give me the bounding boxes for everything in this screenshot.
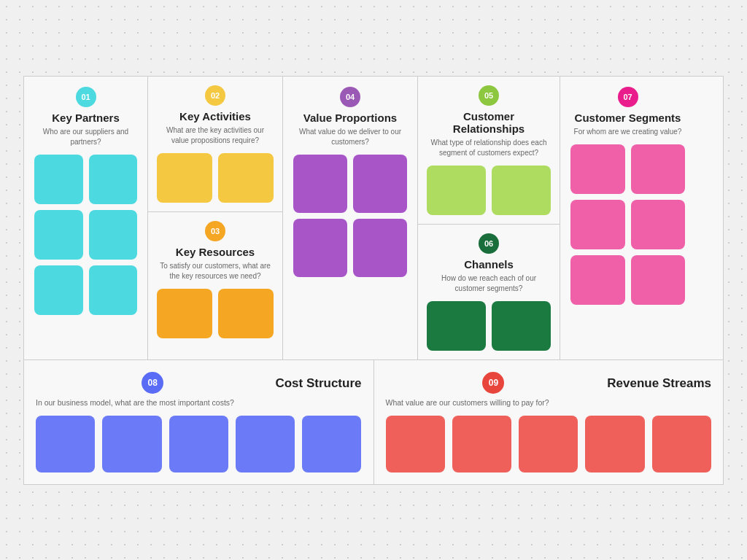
revenue-streams-desc: What value are our customers willing to … — [386, 398, 712, 407]
revenue-card-5[interactable] — [652, 416, 711, 472]
channels-card-1[interactable] — [427, 301, 486, 351]
revenue-card-1[interactable] — [386, 416, 445, 472]
channels-badge: 06 — [479, 233, 499, 254]
key-partners-cards — [34, 155, 137, 315]
key-activities-desc: What are the key activities our value pr… — [157, 125, 274, 146]
revenue-streams-header: 09 Revenue Streams — [386, 372, 712, 395]
value-proportions-badge: 04 — [340, 87, 360, 107]
channels-card-2[interactable] — [492, 301, 551, 351]
channels-title: Channels — [427, 258, 551, 271]
key-partners-badge: 01 — [76, 87, 96, 107]
cost-structure-header: 08 Cost Structure — [36, 372, 362, 395]
customer-segments-card-4[interactable] — [631, 200, 686, 249]
cost-structure-cards — [36, 416, 362, 472]
value-proportions-cell: 04 Value Proportions What value do we de… — [283, 77, 418, 359]
customer-relationships-title: Customer Relationships — [427, 110, 551, 135]
cost-card-5[interactable] — [302, 416, 361, 472]
key-resources-badge: 03 — [205, 221, 225, 241]
key-resources-desc: To satisfy our customers, what are the k… — [157, 261, 274, 281]
customer-segments-cards — [570, 144, 685, 305]
cost-card-1[interactable] — [36, 416, 95, 472]
cost-card-3[interactable] — [169, 416, 228, 472]
customer-segments-card-3[interactable] — [570, 200, 625, 249]
key-partners-card-5[interactable] — [34, 265, 83, 315]
key-resources-cell: 03 Key Resources To satisfy our customer… — [148, 212, 282, 347]
key-partners-desc: Who are our suppliers and partners? — [34, 127, 137, 147]
cost-structure-desc: In our business model, what are the most… — [36, 398, 362, 407]
cost-card-4[interactable] — [236, 416, 295, 472]
customer-segments-card-2[interactable] — [631, 144, 686, 194]
cost-structure-cell: 08 Cost Structure In our business model,… — [24, 360, 374, 484]
key-partners-card-6[interactable] — [89, 265, 138, 315]
customer-relationships-badge: 05 — [479, 85, 499, 106]
customer-segments-card-5[interactable] — [570, 255, 625, 305]
customer-segments-badge: 07 — [618, 87, 638, 107]
key-resources-card-1[interactable] — [157, 289, 212, 338]
cost-structure-badge: 08 — [142, 372, 163, 394]
customer-relationships-card-1[interactable] — [427, 166, 486, 215]
customer-relationships-cards — [427, 166, 551, 215]
key-activities-cards — [157, 153, 274, 203]
revenue-card-3[interactable] — [519, 416, 578, 472]
key-partners-card-3[interactable] — [34, 210, 83, 260]
key-partners-card-4[interactable] — [89, 210, 138, 260]
cr-channels-col: 05 Customer Relationships What type of r… — [418, 77, 560, 359]
revenue-streams-cards — [386, 416, 712, 472]
key-resources-cards — [157, 289, 274, 338]
key-activities-title: Key Activities — [157, 110, 274, 122]
cost-structure-title: Cost Structure — [275, 376, 361, 391]
channels-cell: 06 Channels How do we reach each of our … — [418, 225, 560, 359]
revenue-streams-cell: 09 Revenue Streams What value are our cu… — [374, 360, 724, 484]
cost-card-2[interactable] — [102, 416, 161, 472]
value-proportions-card-4[interactable] — [353, 219, 407, 277]
channels-desc: How do we reach each of our customer seg… — [427, 273, 551, 294]
value-proportions-card-1[interactable] — [293, 155, 347, 213]
key-activities-cell: 02 Key Activities What are the key activ… — [148, 77, 282, 212]
value-proportions-desc: What value do we deliver to our customer… — [293, 127, 407, 147]
key-partners-title: Key Partners — [34, 112, 137, 124]
value-proportions-cards — [293, 155, 407, 277]
revenue-streams-title: Revenue Streams — [607, 376, 711, 391]
key-resources-title: Key Resources — [157, 246, 274, 258]
customer-relationships-card-2[interactable] — [492, 166, 551, 215]
customer-segments-card-1[interactable] — [570, 144, 625, 194]
business-model-canvas: 01 Key Partners Who are our suppliers an… — [23, 76, 724, 485]
revenue-streams-badge: 09 — [482, 372, 504, 394]
revenue-card-2[interactable] — [452, 416, 511, 472]
customer-segments-card-6[interactable] — [631, 255, 686, 305]
key-activities-card-1[interactable] — [157, 153, 212, 203]
value-proportions-title: Value Proportions — [293, 112, 407, 124]
customer-segments-desc: For whom are we creating value? — [570, 127, 685, 137]
activities-resources-col: 02 Key Activities What are the key activ… — [148, 77, 283, 359]
key-partners-card-1[interactable] — [34, 155, 83, 204]
key-resources-card-2[interactable] — [218, 289, 274, 338]
channels-cards — [427, 301, 551, 351]
value-proportions-card-3[interactable] — [293, 219, 347, 277]
customer-segments-title: Customer Segments — [570, 112, 685, 124]
customer-segments-cell: 07 Customer Segments For whom are we cre… — [560, 77, 695, 359]
value-proportions-card-2[interactable] — [353, 155, 407, 213]
key-activities-card-2[interactable] — [218, 153, 274, 203]
customer-relationships-desc: What type of relationship does each segm… — [427, 138, 551, 158]
customer-relationships-cell: 05 Customer Relationships What type of r… — [418, 77, 560, 225]
key-activities-badge: 02 — [205, 85, 225, 106]
key-partners-card-2[interactable] — [89, 155, 138, 204]
revenue-card-4[interactable] — [585, 416, 644, 472]
key-partners-cell: 01 Key Partners Who are our suppliers an… — [24, 77, 148, 359]
